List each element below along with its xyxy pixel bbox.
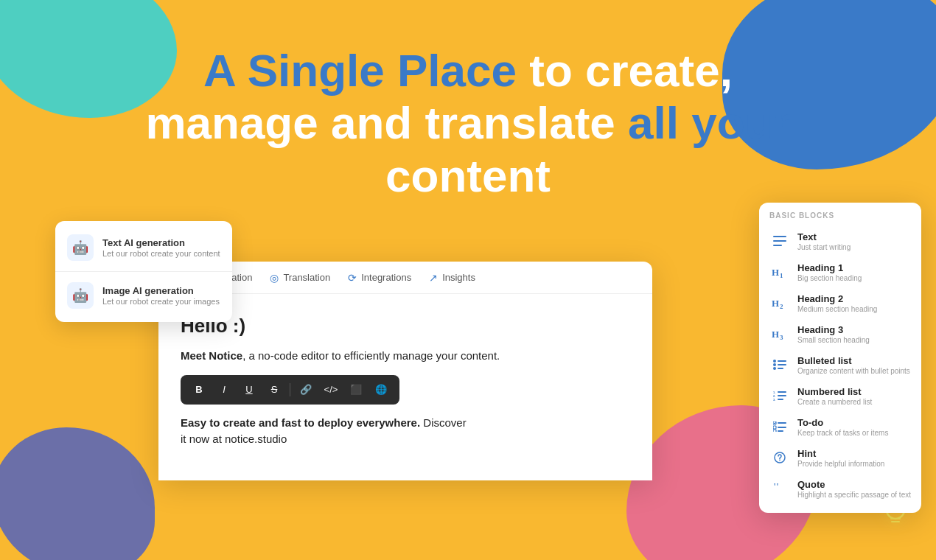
block-h1[interactable]: H 1 Heading 1 Big section heading [759, 256, 921, 287]
headline-part2: to create, [517, 45, 733, 96]
svg-text:2: 2 [780, 303, 783, 309]
svg-rect-16 [778, 391, 786, 393]
block-bulleted-info: Bulleted list Organize content with bull… [797, 355, 910, 375]
todo-icon [769, 416, 790, 437]
toolbar-code[interactable]: </> [320, 379, 342, 400]
image-ai-generation-item[interactable]: 🤖 Image AI generation Let our robot crea… [55, 275, 232, 316]
editor-panel: ⚙ Customization ◎ Translation ⟳ Integrat… [158, 262, 652, 480]
insights-icon: ↗ [429, 272, 438, 284]
svg-text:": " [773, 483, 779, 494]
image-ai-text: Image AI generation Let our robot create… [102, 285, 220, 306]
block-text[interactable]: Text Just start writing [759, 225, 921, 256]
tab-translation[interactable]: ◎ Translation [262, 267, 338, 288]
svg-rect-1 [773, 240, 786, 242]
text-icon [769, 231, 790, 251]
block-hint-title: Hint [797, 448, 884, 459]
editor-paragraph1: Meet Notice, a no-code editor to efficie… [181, 348, 630, 365]
headline: A Single Place to create, manage and tra… [0, 44, 936, 202]
tab-integrations-label: Integrations [361, 272, 411, 283]
block-bulleted-desc: Organize content with bullet points [797, 367, 910, 375]
toolbar-strikethrough[interactable]: S [263, 379, 285, 400]
ai-popup: 🤖 Text AI generation Let our robot creat… [55, 221, 232, 322]
text-ai-text: Text AI generation Let our robot create … [102, 237, 220, 258]
block-bulleted-list[interactable]: Bulleted list Organize content with bull… [759, 349, 921, 380]
blocks-panel: BASIC BLOCKS Text Just start writing H 1… [759, 203, 921, 513]
block-h1-desc: Big section heading [797, 274, 862, 282]
toolbar-link[interactable]: 🔗 [295, 379, 317, 400]
svg-rect-2 [773, 245, 782, 246]
toolbar-italic[interactable]: I [213, 379, 235, 400]
block-text-desc: Just start writing [797, 243, 851, 251]
h3-icon: H 3 [769, 323, 790, 344]
svg-rect-23 [773, 426, 776, 429]
svg-text:H: H [772, 329, 779, 340]
editor-highlight: Easy to create and fast to deploy everyw… [181, 415, 630, 448]
block-hint-desc: Provide helpful information [797, 460, 884, 468]
image-ai-subtitle: Let our robot create your images [102, 297, 220, 306]
tab-insights-label: Insights [442, 272, 475, 283]
bulleted-list-icon [769, 354, 790, 375]
block-h1-info: Heading 1 Big section heading [797, 262, 862, 282]
editor-content: Hello :) Meet Notice, a no-code editor t… [158, 294, 652, 480]
block-numbered-info: Numbered list Create a numbered list [797, 386, 872, 406]
toolbar-underline[interactable]: U [238, 379, 260, 400]
svg-rect-24 [778, 427, 786, 428]
block-todo[interactable]: To-do Keep track of tasks or items [759, 411, 921, 442]
svg-text:1: 1 [780, 272, 783, 278]
svg-text:H: H [772, 267, 779, 278]
integrations-icon: ⟳ [348, 272, 357, 284]
block-h2-info: Heading 2 Medium section heading [797, 293, 877, 313]
editor-heading: Hello :) [181, 315, 630, 337]
block-h2[interactable]: H 2 Heading 2 Medium section heading [759, 287, 921, 318]
block-h2-desc: Medium section heading [797, 305, 877, 313]
headline-part5: content [385, 150, 551, 201]
block-numbered-title: Numbered list [797, 386, 872, 397]
svg-rect-25 [773, 430, 776, 432]
svg-text:3: 3 [780, 334, 783, 340]
translation-icon: ◎ [270, 272, 279, 284]
editor-toolbar: B I U S 🔗 </> ⬛ 🌐 [181, 375, 399, 405]
blob-purple [0, 427, 155, 560]
block-h3[interactable]: H 3 Heading 3 Small section heading [759, 318, 921, 349]
toolbar-bold[interactable]: B [188, 379, 210, 400]
block-bulleted-title: Bulleted list [797, 355, 910, 366]
editor-paragraph1-prefix: Meet Notice [181, 349, 242, 362]
svg-point-28 [779, 460, 780, 461]
block-hint-info: Hint Provide helpful information [797, 448, 884, 468]
block-numbered-list[interactable]: 1. 2. 3. Numbered list Create a numbered… [759, 380, 921, 411]
robot-icon-text: 🤖 [67, 234, 94, 261]
headline-part4: all your [628, 97, 791, 148]
block-todo-info: To-do Keep track of tasks or items [797, 417, 888, 437]
text-ai-subtitle: Let our robot create your content [102, 249, 220, 258]
block-text-info: Text Just start writing [797, 231, 851, 251]
tab-integrations[interactable]: ⟳ Integrations [340, 267, 419, 288]
toolbar-global[interactable]: 🌐 [370, 379, 392, 400]
tab-insights[interactable]: ↗ Insights [422, 267, 483, 288]
block-hint[interactable]: Hint Provide helpful information [759, 442, 921, 473]
text-ai-generation-item[interactable]: 🤖 Text AI generation Let our robot creat… [55, 227, 232, 268]
block-h2-title: Heading 2 [797, 293, 877, 304]
text-ai-title: Text AI generation [102, 237, 220, 248]
headline-part1: A Single Place [203, 45, 517, 96]
block-h3-title: Heading 3 [797, 324, 870, 335]
block-quote-info: Quote Highlight a specific passage of te… [797, 479, 911, 499]
toolbar-block[interactable]: ⬛ [345, 379, 367, 400]
tab-translation-label: Translation [283, 272, 330, 283]
block-quote[interactable]: " Quote Highlight a specific passage of … [759, 473, 921, 504]
block-quote-title: Quote [797, 479, 911, 490]
block-h3-desc: Small section heading [797, 336, 870, 344]
svg-text:H: H [772, 298, 779, 309]
svg-rect-0 [773, 236, 786, 237]
svg-text:3.: 3. [773, 398, 775, 401]
robot-icon-image: 🤖 [67, 282, 94, 309]
svg-rect-22 [778, 422, 786, 424]
block-numbered-desc: Create a numbered list [797, 398, 872, 406]
hint-icon [769, 447, 790, 468]
block-quote-desc: Highlight a specific passage of text [797, 491, 911, 499]
svg-rect-20 [778, 399, 783, 400]
block-h3-info: Heading 3 Small section heading [797, 324, 870, 344]
block-todo-desc: Keep track of tasks or items [797, 429, 888, 437]
svg-rect-18 [778, 395, 786, 396]
svg-point-13 [773, 367, 776, 370]
ai-popup-divider [55, 271, 232, 272]
